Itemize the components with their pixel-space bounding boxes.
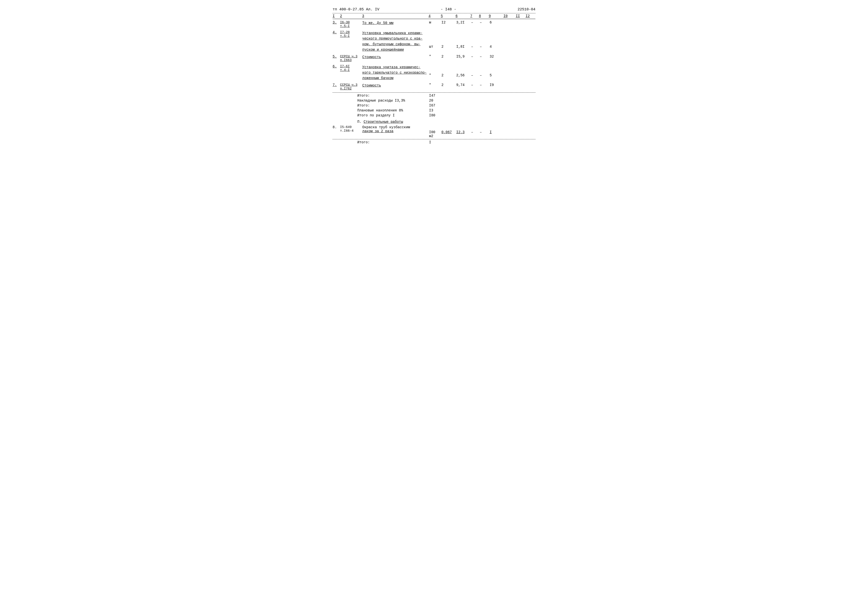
row-code: I7–28 т.5–I xyxy=(340,30,362,38)
row-col7: – xyxy=(471,125,480,134)
row-col7: – xyxy=(471,65,480,78)
row-col7: – xyxy=(471,20,480,25)
row-rate: 9,74 xyxy=(456,83,471,87)
row-desc: Установка унитаза керамичес-кого тарельч… xyxy=(362,65,429,81)
col-header-6: 6 xyxy=(456,14,470,18)
col-header-9: 9 xyxy=(488,14,504,18)
row-num: 4. xyxy=(333,30,340,34)
row-qty: 2 xyxy=(442,65,456,78)
total-label: Итого: xyxy=(333,104,429,107)
header: тп 400-0-27.85 Ал. IV - I48 - 22510-04 xyxy=(333,8,535,12)
page-container: тп 400-0-27.85 Ал. IV - I48 - 22510-04 I… xyxy=(323,0,545,614)
total-label: Плановые накопления 8% xyxy=(333,109,429,112)
col-header-8: 8 xyxy=(479,14,488,18)
total-value: I80 xyxy=(429,113,444,117)
row-divider xyxy=(333,139,535,140)
row-col8: – xyxy=(480,54,490,59)
col-header-7: 7 xyxy=(470,14,479,18)
row-total: I9 xyxy=(490,83,504,87)
col-header-11: II xyxy=(516,14,526,18)
row-col8: – xyxy=(480,20,490,25)
row-total: 4 xyxy=(490,30,504,49)
row-total: 6 xyxy=(490,20,504,25)
row-desc: Окраска труб кузбасским лаком за 2 раза xyxy=(362,125,429,133)
table-row: 7. ССРСЦ ч.3 п.I762 Стоимость " 2 9,74 –… xyxy=(333,82,535,91)
table-row: 5. ССРСЦ ч.3 п.I663 Стоимость " 2 I5,9 –… xyxy=(333,54,535,62)
row-unit: " xyxy=(429,83,442,87)
row-desc: Установка умывальника керами-ческого пря… xyxy=(362,30,429,53)
section-title: П. Строительные работы xyxy=(357,120,403,124)
row-col8: – xyxy=(480,83,490,87)
total-label: Итого: xyxy=(333,94,429,98)
row-rate: 3,2I xyxy=(456,20,471,25)
row-unit: " xyxy=(429,54,442,59)
col-header-12: I2 xyxy=(526,14,535,18)
total-row: Накладные расходы I3,3% 20 xyxy=(333,98,535,103)
row-rate: I2,3 xyxy=(456,125,471,134)
table-row: 6. I7–6I т.4–I Установка унитаза керамич… xyxy=(333,64,535,82)
row-code: ССРСЦ ч.3 п.I663 xyxy=(340,54,362,62)
row-qty: 2 xyxy=(442,83,456,87)
row-desc: То же, Ду 50 мм xyxy=(362,20,429,26)
row-rate: 2,56 xyxy=(456,65,471,78)
row-rate: I,8I xyxy=(456,30,471,49)
row-col7: – xyxy=(471,30,480,49)
row-num: 3. xyxy=(333,20,340,25)
row-num: 5. xyxy=(333,54,340,59)
row-code: I5–649 т.I66–4 xyxy=(340,125,362,133)
row-unit: I00м2 xyxy=(429,125,442,138)
total-value: I3 xyxy=(429,109,444,112)
header-center: - I48 - xyxy=(441,8,456,12)
row-rate: I5,9 xyxy=(456,54,471,59)
row-desc: Стоимость xyxy=(362,83,429,88)
col-header-1: I xyxy=(333,14,340,18)
total-row: Плановые накопления 8% I3 xyxy=(333,108,535,113)
total-value: I47 xyxy=(429,94,444,98)
table-row: 8. I5–649 т.I66–4 Окраска труб кузбасски… xyxy=(333,125,535,139)
row-code: ССРСЦ ч.3 п.I762 xyxy=(340,83,362,90)
row-num: 8. xyxy=(333,125,340,129)
total-label: Итого: xyxy=(333,140,429,144)
total-value: I xyxy=(429,140,444,144)
total-label: Накладные расходы I3,3% xyxy=(333,99,429,102)
col-header-4: 4 xyxy=(429,14,441,18)
row-qty: 0,067 xyxy=(442,125,456,134)
columns-header: I 2 3 4 5 6 7 8 9 I0 II I2 xyxy=(333,13,535,19)
total-value: 20 xyxy=(429,99,444,102)
row-num: 6. xyxy=(333,65,340,68)
col-header-5: 5 xyxy=(441,14,456,18)
row-col7: – xyxy=(471,54,480,59)
row-num: 7. xyxy=(333,83,340,87)
row-unit: " xyxy=(429,65,442,78)
row-unit: шт xyxy=(429,30,442,49)
total-value: I67 xyxy=(429,104,444,107)
row-total: 5 xyxy=(490,65,504,78)
table-row: 3. I6–30 т.5–I То же, Ду 50 мм м I2 3,2I… xyxy=(333,20,535,28)
total-row: Итого: I67 xyxy=(333,103,535,108)
col-header-3: 3 xyxy=(362,14,428,18)
row-qty: I2 xyxy=(442,20,456,25)
section-header: П. Строительные работы xyxy=(333,118,535,125)
row-col8: – xyxy=(480,125,490,134)
row-qty: 2 xyxy=(442,54,456,59)
col-header-10: I0 xyxy=(504,14,516,18)
row-col7: – xyxy=(471,83,480,87)
total-row: Итого: I47 xyxy=(333,93,535,98)
row-unit: м xyxy=(429,20,442,25)
col-header-2: 2 xyxy=(340,14,362,18)
header-right: 22510-04 xyxy=(518,8,535,12)
section-divider xyxy=(333,92,535,93)
row-col8: – xyxy=(480,30,490,49)
row-total: 32 xyxy=(490,54,504,59)
total-row: Итого по разделу I I80 xyxy=(333,113,535,118)
row-code: I6–30 т.5–I xyxy=(340,20,362,28)
total-row: Итого: I xyxy=(333,140,535,145)
header-left: тп 400-0-27.85 Ал. IV xyxy=(333,8,380,12)
row-code: I7–6I т.4–I xyxy=(340,65,362,72)
row-desc: Стоимость xyxy=(362,54,429,60)
table-row: 4. I7–28 т.5–I Установка умывальника кер… xyxy=(333,30,535,53)
row-total: I xyxy=(490,125,504,134)
total-label: Итого по разделу I xyxy=(333,113,429,117)
row-qty: 2 xyxy=(442,30,456,49)
row-col8: – xyxy=(480,65,490,78)
